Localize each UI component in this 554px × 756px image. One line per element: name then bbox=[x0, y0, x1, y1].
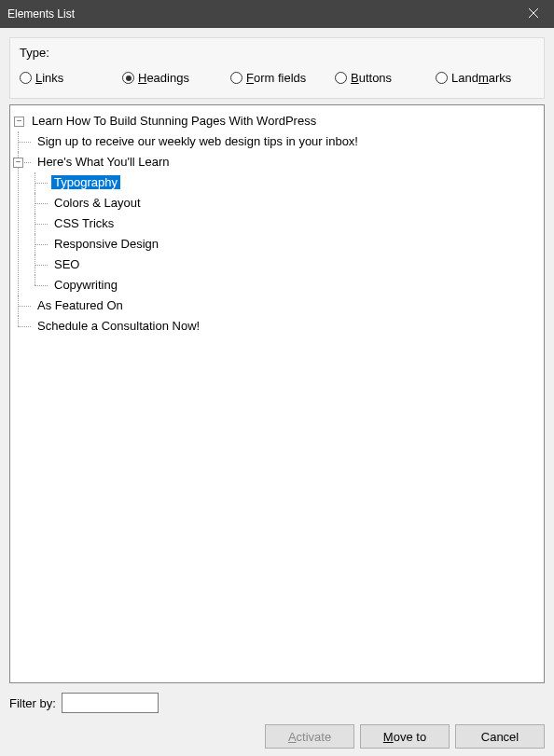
radio-links-label: Links bbox=[35, 71, 63, 85]
radio-landmarks[interactable]: Landmarks bbox=[436, 71, 511, 85]
radio-icon bbox=[122, 72, 134, 84]
button-label: Move to bbox=[383, 730, 426, 744]
radio-headings-label: Headings bbox=[138, 71, 189, 85]
tree-item[interactable]: Copywriting bbox=[35, 275, 540, 296]
tree-item[interactable]: Here's What You'll Learn Typography Colo… bbox=[18, 152, 540, 296]
tree-item-label: Colors & Layout bbox=[51, 196, 144, 210]
tree-expander-icon[interactable] bbox=[13, 158, 23, 168]
radio-landmarks-label: Landmarks bbox=[451, 71, 511, 85]
radio-form-fields[interactable]: Form fields bbox=[230, 71, 335, 85]
filter-row: Filter by: bbox=[9, 693, 545, 713]
dialog-buttons: Activate Move to Cancel bbox=[9, 724, 545, 749]
elements-tree[interactable]: Learn How To Build Stunning Pages With W… bbox=[9, 104, 545, 683]
dialog-body: Type: Links Headings Form fields Buttons… bbox=[0, 28, 554, 756]
tree-expander-icon[interactable] bbox=[14, 117, 24, 127]
tree-item-label: Responsive Design bbox=[51, 237, 161, 251]
button-label: Cancel bbox=[481, 730, 519, 744]
cancel-button[interactable]: Cancel bbox=[455, 724, 545, 749]
tree-item[interactable]: CSS Tricks bbox=[35, 213, 540, 234]
radio-form-label: Form fields bbox=[246, 71, 306, 85]
radio-icon bbox=[20, 72, 32, 84]
tree-item[interactable]: Learn How To Build Stunning Pages With W… bbox=[14, 111, 540, 337]
tree-item[interactable]: Typography bbox=[35, 172, 540, 193]
tree-item[interactable]: SEO bbox=[35, 254, 540, 275]
radio-headings[interactable]: Headings bbox=[122, 71, 230, 85]
titlebar: Elements List bbox=[0, 0, 554, 28]
radio-icon bbox=[230, 72, 242, 84]
tree-item-label: CSS Tricks bbox=[51, 216, 117, 230]
radio-buttons[interactable]: Buttons bbox=[335, 71, 436, 85]
radio-buttons-label: Buttons bbox=[351, 71, 392, 85]
close-icon bbox=[529, 7, 538, 21]
tree-item[interactable]: Sign up to receive our weekly web design… bbox=[18, 131, 540, 152]
tree-item[interactable]: As Featured On bbox=[18, 296, 540, 316]
radio-links[interactable]: Links bbox=[20, 71, 122, 85]
tree-item-label: Schedule a Consultation Now! bbox=[35, 319, 202, 333]
tree-item-label: Learn How To Build Stunning Pages With W… bbox=[29, 114, 319, 128]
tree-item-label: Here's What You'll Learn bbox=[35, 155, 173, 169]
radio-icon bbox=[335, 72, 347, 84]
type-groupbox: Type: Links Headings Form fields Buttons… bbox=[9, 37, 545, 99]
tree-item[interactable]: Schedule a Consultation Now! bbox=[18, 316, 540, 337]
tree-item-label: Typography bbox=[51, 175, 120, 189]
move-to-button[interactable]: Move to bbox=[360, 724, 450, 749]
close-button[interactable] bbox=[512, 0, 554, 28]
tree-item[interactable]: Colors & Layout bbox=[35, 193, 540, 213]
tree-item-label: Copywriting bbox=[51, 278, 120, 292]
tree-item-label: Sign up to receive our weekly web design… bbox=[35, 134, 361, 148]
tree-item-label: SEO bbox=[51, 257, 82, 271]
type-radio-row: Links Headings Form fields Buttons Landm… bbox=[18, 71, 536, 85]
filter-label: Filter by: bbox=[9, 696, 56, 710]
filter-input[interactable] bbox=[62, 693, 159, 713]
window-title: Elements List bbox=[7, 7, 512, 21]
type-label: Type: bbox=[20, 46, 536, 60]
radio-icon bbox=[436, 72, 448, 84]
activate-button[interactable]: Activate bbox=[265, 724, 354, 749]
button-label: Activate bbox=[288, 730, 331, 744]
tree-item[interactable]: Responsive Design bbox=[35, 234, 540, 254]
tree-item-label: As Featured On bbox=[35, 298, 126, 312]
